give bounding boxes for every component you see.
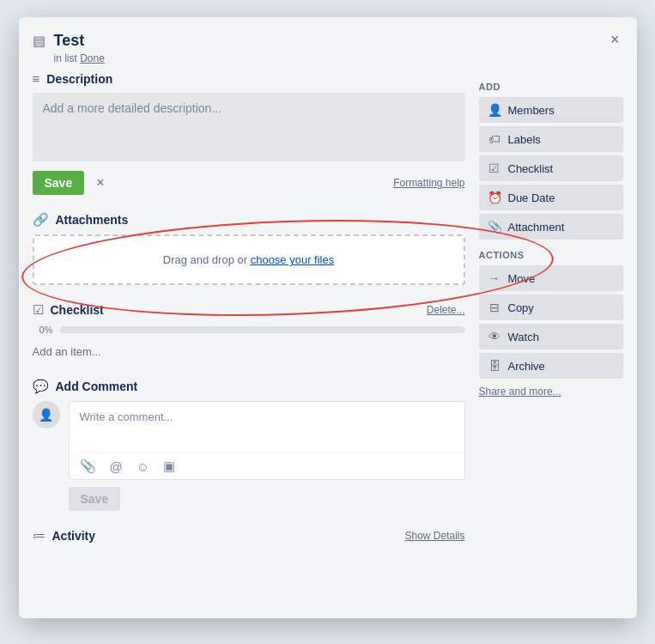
- copy-label: Copy: [508, 301, 534, 314]
- description-icon: ≡: [33, 71, 40, 86]
- description-save-button[interactable]: Save: [33, 171, 85, 195]
- labels-button[interactable]: 🏷 Labels: [479, 126, 623, 152]
- attachment-button[interactable]: 📎 Attachment: [479, 214, 623, 240]
- activity-header-left: ≔ Activity: [33, 528, 96, 544]
- move-icon: →: [488, 271, 501, 285]
- move-button[interactable]: → Move: [479, 265, 623, 291]
- comment-input-container: 📎 @ ☺ ▣ Save: [69, 401, 465, 511]
- description-title: Description: [46, 72, 112, 86]
- archive-label: Archive: [508, 360, 545, 373]
- attachment-label: Attachment: [508, 221, 565, 234]
- checklist-left: ☑ Checklist: [33, 302, 104, 318]
- checklist-title: Checklist: [51, 303, 104, 317]
- comment-toolbar: 📎 @ ☺ ▣: [70, 453, 464, 479]
- copy-icon: ⊟: [488, 301, 501, 314]
- choose-files-link[interactable]: choose your files: [251, 253, 335, 266]
- comment-input-wrap: 📎 @ ☺ ▣: [69, 401, 465, 480]
- attachments-header: 🔗 Attachments: [33, 212, 465, 228]
- description-header: ≡ Description: [33, 71, 465, 86]
- progress-row: 0%: [33, 325, 465, 335]
- comment-save-button[interactable]: Save: [69, 487, 121, 511]
- copy-button[interactable]: ⊟ Copy: [479, 295, 623, 320]
- sidebar: Add 👤 Members 🏷 Labels ☑ Checklist ⏰ Due…: [479, 71, 623, 561]
- attachments-title: Attachments: [56, 213, 129, 227]
- actions-section-title: Actions: [479, 250, 623, 260]
- members-icon: 👤: [488, 103, 501, 117]
- attachments-section: 🔗 Attachments Drag and drop or choose yo…: [33, 212, 465, 285]
- progress-bar-background: [60, 326, 465, 333]
- add-comment-title: Add Comment: [56, 380, 138, 393]
- activity-header: ≔ Activity Show Details: [33, 528, 465, 544]
- comment-emoji-button[interactable]: ☺: [133, 457, 153, 476]
- due-date-label: Due Date: [508, 191, 555, 204]
- checklist-header: ☑ Checklist Delete...: [33, 302, 465, 318]
- checklist-button[interactable]: ☑ Checklist: [479, 155, 623, 181]
- comment-textarea[interactable]: [70, 402, 464, 450]
- move-label: Move: [508, 272, 536, 285]
- avatar-image: 👤: [39, 408, 53, 422]
- modal-title-group: Test in list Done: [54, 31, 105, 64]
- modal-body: ≡ Description Save × Formatting help 🔗 A…: [33, 71, 623, 561]
- formatting-help-button[interactable]: Formatting help: [393, 177, 464, 189]
- watch-button[interactable]: 👁 Watch: [479, 324, 623, 349]
- description-cancel-button[interactable]: ×: [91, 172, 109, 194]
- checklist-sidebar-label: Checklist: [508, 162, 554, 175]
- add-comment-header: 💬 Add Comment: [33, 379, 465, 394]
- main-content: ≡ Description Save × Formatting help 🔗 A…: [33, 71, 465, 561]
- comment-image-button[interactable]: ▣: [160, 457, 179, 476]
- attachment-sidebar-icon: 📎: [488, 220, 501, 234]
- checklist-delete-button[interactable]: Delete...: [427, 304, 465, 316]
- description-actions: Save × Formatting help: [33, 171, 465, 195]
- description-section: ≡ Description Save × Formatting help: [33, 71, 465, 195]
- labels-label: Labels: [508, 133, 541, 146]
- add-checklist-item[interactable]: Add an item...: [33, 342, 465, 361]
- archive-icon: 🗄: [488, 359, 501, 373]
- watch-icon: 👁: [488, 330, 501, 343]
- activity-section: ≔ Activity Show Details: [33, 528, 465, 544]
- close-button[interactable]: ×: [603, 27, 627, 52]
- labels-icon: 🏷: [488, 132, 501, 146]
- checklist-sidebar-icon: ☑: [488, 161, 501, 175]
- user-avatar: 👤: [33, 401, 60, 428]
- comment-icon: 💬: [33, 379, 49, 394]
- archive-button[interactable]: 🗄 Archive: [479, 353, 623, 379]
- show-details-button[interactable]: Show Details: [404, 530, 464, 542]
- due-date-icon: ⏰: [488, 191, 501, 204]
- add-section-title: Add: [479, 82, 623, 92]
- checklist-section: ☑ Checklist Delete... 0% Add an item...: [33, 302, 465, 361]
- checklist-icon: ☑: [33, 302, 44, 318]
- members-label: Members: [508, 104, 555, 117]
- activity-title: Activity: [52, 529, 96, 543]
- list-link[interactable]: Done: [80, 52, 105, 64]
- card-modal: ▤ Test in list Done × ≡ Description Save…: [19, 17, 637, 618]
- progress-percent: 0%: [33, 325, 53, 335]
- activity-icon: ≔: [33, 528, 45, 544]
- watch-label: Watch: [508, 331, 539, 343]
- share-button[interactable]: Share and more...: [479, 386, 561, 398]
- drop-text: Drag and drop or: [163, 253, 251, 266]
- members-button[interactable]: 👤 Members: [479, 97, 623, 123]
- comment-attach-button[interactable]: 📎: [76, 457, 100, 476]
- modal-header: ▤ Test in list Done: [33, 31, 623, 64]
- comment-row: 👤 📎 @ ☺ ▣ Save: [33, 401, 465, 511]
- card-icon: ▤: [33, 33, 45, 49]
- add-comment-section: 💬 Add Comment 👤 📎 @ ☺: [33, 379, 465, 511]
- due-date-button[interactable]: ⏰ Due Date: [479, 185, 623, 210]
- card-title: Test: [54, 31, 105, 51]
- attachment-icon: 🔗: [33, 212, 49, 228]
- description-textarea[interactable]: [33, 93, 465, 161]
- card-subtitle: in list Done: [54, 52, 105, 64]
- attachments-dropzone[interactable]: Drag and drop or choose your files: [33, 234, 465, 285]
- comment-mention-button[interactable]: @: [106, 457, 126, 476]
